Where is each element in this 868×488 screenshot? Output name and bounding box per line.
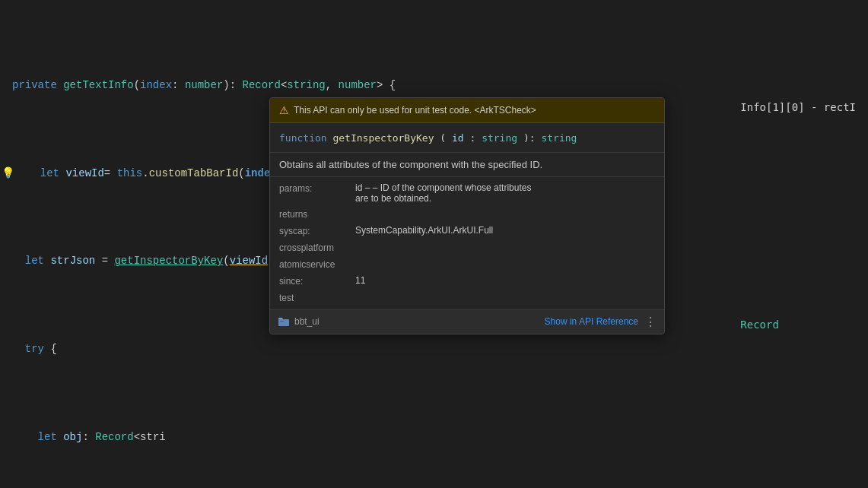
code-token: ( (223, 252, 229, 269)
sig-params: ( (440, 132, 446, 144)
params-value: id – – ID of the component whose attribu… (355, 182, 655, 204)
code-token: viewId (65, 165, 103, 182)
since-label: since: (279, 275, 355, 287)
code-token: number (339, 77, 377, 93)
folder-icon (278, 315, 290, 328)
sig-colon: : (469, 132, 482, 144)
code-token: viewId (230, 252, 268, 269)
code-token: strJson (50, 252, 95, 269)
code-token: ): (223, 77, 242, 93)
sig-param-id: id (452, 132, 464, 144)
crossplatform-label: crossplatform (279, 242, 355, 253)
tooltip-desc-text: Obtains all attributes of the component … (279, 159, 542, 170)
code-token: index (140, 77, 172, 93)
code-token: number (185, 77, 223, 93)
code-token: ( (238, 165, 244, 182)
sig-fn: getInspectorByKey (332, 132, 434, 144)
tooltip-footer: bbt_ui Show in API Reference ⋮ (270, 309, 664, 334)
sig-close: ): (523, 132, 541, 144)
warning-icon: ⚠ (279, 104, 289, 116)
code-token: try (12, 341, 44, 357)
code-token: getTextInfo (63, 77, 133, 93)
show-api-reference-link[interactable]: Show in API Reference (545, 316, 638, 327)
sig-return-type: string (541, 132, 577, 144)
more-options-icon[interactable]: ⋮ (644, 315, 657, 329)
code-token: this (117, 165, 143, 182)
code-token: obj (63, 429, 82, 445)
sig-keyword: function (279, 132, 332, 144)
footer-folder-name: bbt_ui (294, 316, 320, 327)
code-token: , (326, 77, 339, 93)
tooltip-returns-row: returns (270, 206, 664, 223)
test-label: test (279, 292, 355, 303)
tooltip-popup: ⚠ This API can only be used for unit tes… (269, 97, 665, 334)
code-line: try { (0, 339, 868, 359)
params-label: params: (279, 182, 355, 194)
lightbulb-icon: 💡 (2, 165, 14, 182)
code-token: = (95, 252, 114, 269)
tooltip-crossplatform-row: crossplatform (270, 239, 664, 256)
atomicservice-label: atomicservice (279, 258, 355, 270)
tooltip-signature: function getInspectorByKey ( id : string… (270, 123, 664, 153)
code-token: : (172, 77, 185, 93)
code-token: : (82, 429, 95, 445)
tooltip-syscap-row: syscap: SystemCapability.ArkUI.ArkUI.Ful… (270, 223, 664, 239)
since-value: 11 (355, 275, 655, 286)
tooltip-since-row: since: 11 (270, 273, 664, 290)
tooltip-warning-text: This API can only be used for unit test … (294, 105, 536, 116)
code-token: > { (377, 77, 396, 93)
code-token: let (12, 429, 63, 445)
tooltip-warning: ⚠ This API can only be used for unit tes… (270, 98, 664, 123)
sig-param-type: string (482, 132, 517, 144)
code-token: customTabBarId (149, 165, 239, 182)
tooltip-params-row: params: id – – ID of the component whose… (270, 180, 664, 206)
syscap-label: syscap: (279, 225, 355, 236)
syscap-value: SystemCapability.ArkUI.ArkUI.Full (355, 225, 655, 236)
code-line: private getTextInfo ( index : number ): … (0, 76, 868, 96)
code-line: let obj : Record <stri (0, 427, 868, 447)
returns-label: returns (279, 208, 355, 220)
code-token: private (12, 77, 63, 93)
code-token: < (281, 77, 287, 93)
code-token: . (142, 165, 148, 182)
svg-rect-0 (278, 319, 289, 326)
code-token: string (287, 77, 325, 93)
code-token: ( (134, 77, 140, 93)
code-token: = (104, 165, 117, 182)
code-token: <stri (134, 429, 166, 445)
tooltip-description: Obtains all attributes of the component … (270, 153, 664, 177)
code-token: Record (95, 429, 133, 445)
tooltip-test-row: test (270, 290, 664, 306)
getInspectorByKey-token: getInspectorByKey (114, 252, 223, 269)
code-token: let (12, 252, 50, 269)
code-token: Record (243, 77, 281, 93)
tooltip-footer-left: bbt_ui (278, 315, 320, 328)
code-token: { (44, 341, 57, 357)
tooltip-atomicservice-row: atomicservice (270, 256, 664, 273)
tooltip-table: params: id – – ID of the component whose… (270, 177, 664, 309)
svg-rect-1 (280, 321, 284, 322)
code-token: let (27, 165, 65, 182)
